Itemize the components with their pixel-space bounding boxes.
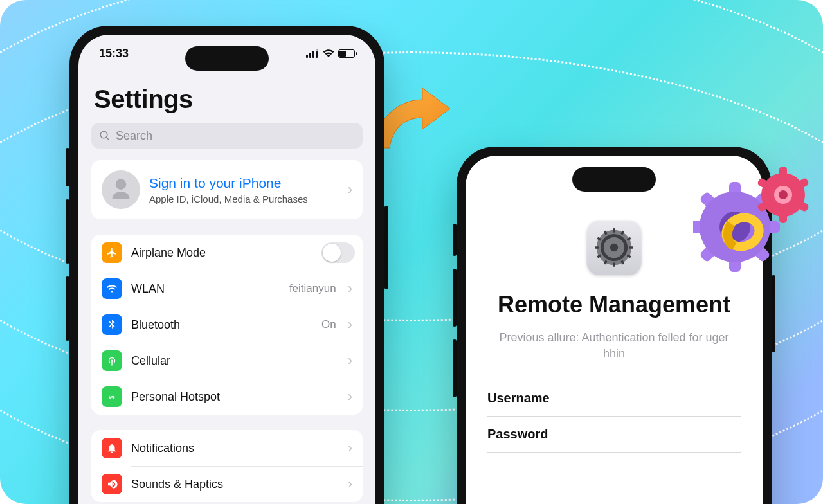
- svg-point-44: [779, 190, 788, 199]
- row-cellular[interactable]: Cellular ›: [91, 343, 363, 379]
- svg-rect-17: [613, 263, 615, 267]
- row-personal-hotspot[interactable]: Personal Hotspot ›: [91, 379, 363, 415]
- username-field[interactable]: Username: [487, 381, 741, 417]
- svg-point-9: [610, 244, 618, 251]
- row-label: Airplane Mode: [131, 246, 312, 260]
- cellular-icon: !: [306, 49, 319, 58]
- settings-app-icon: [586, 220, 642, 275]
- remote-management-title: Remote Management: [466, 291, 763, 330]
- status-time: 15:33: [99, 47, 129, 60]
- svg-rect-14: [629, 246, 633, 249]
- dynamic-island: [572, 167, 656, 192]
- row-label: Sounds & Haptics: [131, 478, 336, 491]
- svg-rect-1: [309, 53, 311, 58]
- cellular-icon: [102, 350, 122, 371]
- row-airplane-mode[interactable]: Airplane Mode: [91, 235, 363, 271]
- speaker-icon: [102, 474, 122, 494]
- bell-icon: [102, 438, 122, 458]
- row-label: Bluetooth: [131, 318, 312, 332]
- svg-rect-20: [595, 246, 599, 249]
- connectivity-group: Airplane Mode WLAN feitianyun › Bluetoot…: [91, 235, 363, 415]
- row-label: WLAN: [131, 282, 280, 296]
- signin-subtitle: Apple ID, iCloud, Media & Purchases: [149, 194, 336, 204]
- search-placeholder: Search: [116, 129, 152, 143]
- svg-rect-0: [306, 55, 308, 58]
- wifi-icon: [323, 49, 334, 58]
- battery-icon: [338, 50, 355, 58]
- password-field[interactable]: Password: [487, 417, 741, 453]
- row-sounds-haptics[interactable]: Sounds & Haptics ›: [91, 466, 363, 502]
- svg-rect-2: [312, 51, 314, 58]
- chevron-right-icon: ›: [345, 352, 355, 369]
- chevron-right-icon: ›: [345, 181, 355, 198]
- phone-frame-settings: 15:33 ! Se: [69, 26, 384, 504]
- airplane-toggle[interactable]: [321, 242, 355, 263]
- page-title: Settings: [78, 72, 375, 123]
- row-value: feitianyun: [289, 282, 336, 295]
- row-wlan[interactable]: WLAN feitianyun ›: [91, 271, 363, 307]
- illustration-canvas: 15:33 ! Se: [0, 0, 823, 504]
- row-label: Notifications: [131, 442, 336, 455]
- wifi-icon: [102, 278, 122, 299]
- search-input[interactable]: Search: [91, 123, 363, 148]
- signin-link[interactable]: Sign in to your iPhone: [149, 176, 336, 191]
- row-label: Cellular: [131, 354, 336, 368]
- chevron-right-icon: ›: [345, 476, 355, 492]
- airplane-icon: [102, 242, 122, 263]
- avatar-placeholder-icon: [102, 170, 140, 209]
- row-value: On: [321, 318, 336, 331]
- chevron-right-icon: ›: [345, 388, 355, 405]
- hotspot-icon: [102, 386, 122, 407]
- bluetooth-icon: [102, 314, 122, 335]
- dynamic-island: [185, 46, 269, 71]
- chevron-right-icon: ›: [345, 440, 355, 456]
- svg-rect-37: [779, 166, 787, 177]
- svg-rect-40: [779, 213, 787, 223]
- row-label: Personal Hotspot: [131, 390, 336, 404]
- search-icon: [99, 130, 111, 141]
- row-notifications[interactable]: Notifications ›: [91, 430, 363, 466]
- svg-rect-11: [613, 228, 615, 232]
- alerts-group: Notifications › Sounds & Haptics ›: [91, 430, 363, 502]
- remote-management-subtitle: Previous allure: Authentication felled f…: [466, 330, 763, 380]
- gears-decoration-icon: [693, 166, 809, 275]
- chevron-right-icon: ›: [345, 316, 355, 333]
- row-bluetooth[interactable]: Bluetooth On ›: [91, 307, 363, 343]
- signin-card[interactable]: Sign in to your iPhone Apple ID, iCloud,…: [91, 160, 363, 219]
- chevron-right-icon: ›: [345, 280, 355, 297]
